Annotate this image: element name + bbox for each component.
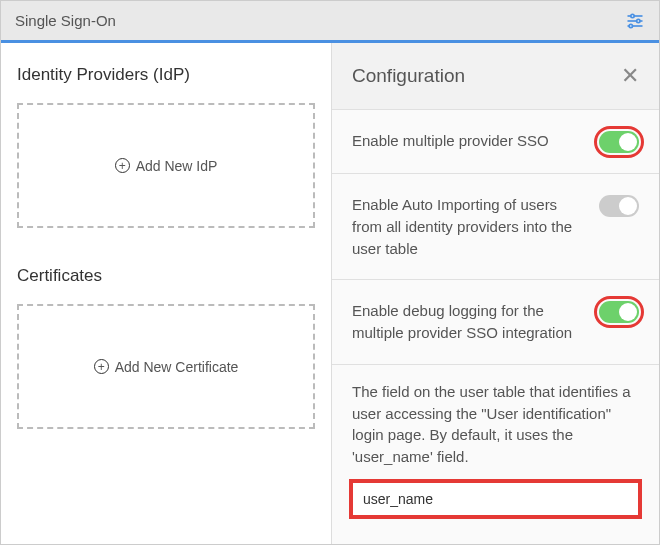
idp-heading: Identity Providers (IdP) [17, 65, 315, 85]
config-panel: Configuration ✕ Enable multiple provider… [331, 43, 659, 544]
debug-log-toggle[interactable] [599, 301, 639, 323]
plus-icon: + [94, 359, 109, 374]
left-panel: Identity Providers (IdP) + Add New IdP C… [1, 43, 331, 544]
svg-point-5 [629, 24, 632, 27]
config-row-auto-import: Enable Auto Importing of users from all … [332, 174, 659, 280]
auto-import-label: Enable Auto Importing of users from all … [352, 194, 587, 259]
enable-sso-toggle[interactable] [599, 131, 639, 153]
settings-icon[interactable] [625, 11, 645, 31]
add-cert-label: Add New Certificate [115, 359, 239, 375]
config-row-debug-log: Enable debug logging for the multiple pr… [332, 280, 659, 365]
page-title: Single Sign-On [15, 12, 116, 29]
config-header: Configuration ✕ [332, 43, 659, 110]
config-row-enable-sso: Enable multiple provider SSO [332, 110, 659, 174]
add-idp-label: Add New IdP [136, 158, 218, 174]
titlebar: Single Sign-On [1, 1, 659, 43]
enable-sso-label: Enable multiple provider SSO [352, 130, 587, 152]
user-field-input[interactable] [352, 482, 639, 516]
auto-import-toggle[interactable] [599, 195, 639, 217]
debug-log-label: Enable debug logging for the multiple pr… [352, 300, 587, 344]
user-field-desc: The field on the user table that identif… [352, 381, 639, 468]
cert-heading: Certificates [17, 266, 315, 286]
config-row-user-field: The field on the user table that identif… [332, 365, 659, 520]
svg-point-3 [637, 19, 640, 22]
close-icon[interactable]: ✕ [621, 65, 639, 87]
config-heading: Configuration [352, 65, 465, 87]
add-cert-button[interactable]: + Add New Certificate [17, 304, 315, 429]
plus-icon: + [115, 158, 130, 173]
svg-point-1 [631, 14, 634, 17]
app-frame: Single Sign-On Identity Providers (IdP) … [0, 0, 660, 545]
add-idp-button[interactable]: + Add New IdP [17, 103, 315, 228]
content: Identity Providers (IdP) + Add New IdP C… [1, 43, 659, 544]
